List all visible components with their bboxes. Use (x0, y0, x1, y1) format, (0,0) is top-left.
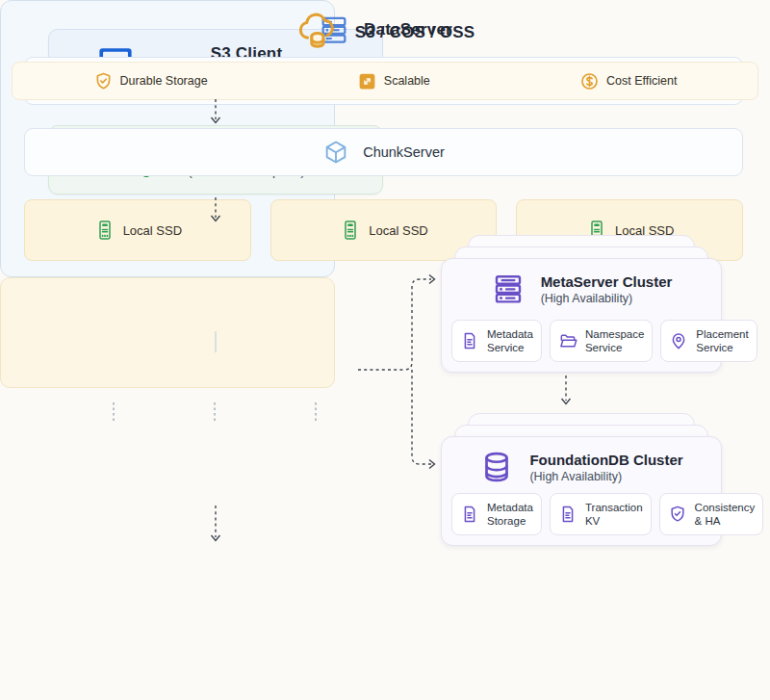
dollar-circle-icon (579, 71, 600, 91)
service-label: Namespace Service (585, 327, 644, 355)
metaserver-subtitle: (High Availability) (541, 292, 673, 305)
service-placement: Placement Service (660, 320, 757, 362)
service-label: Consistency & HA (695, 501, 756, 529)
service-transaction-kv: Transaction KV (550, 493, 652, 535)
architecture-diagram: S3 Client (Doris / TiDB / ClickHouse etc… (0, 0, 770, 700)
feature-durable-storage: Durable Storage (93, 71, 208, 91)
document-icon (460, 331, 479, 350)
chunkserver-label: ChunkServer (363, 144, 445, 160)
feature-label: Durable Storage (120, 74, 208, 88)
cloud-database-icon (295, 12, 338, 54)
cloud-storage-header: S3 / COS / OSS (0, 10, 770, 56)
metaserver-cluster-box: MetaServer Cluster (High Availability) M… (441, 258, 722, 373)
foundationdb-title: FoundationDB Cluster (529, 452, 682, 468)
foundationdb-subtitle: (High Availability) (529, 470, 682, 483)
service-label: Placement Service (696, 327, 748, 355)
feature-scalable: Scalable (357, 71, 430, 91)
metaserver-title: MetaServer Cluster (541, 273, 673, 290)
local-ssd-label: Local SSD (369, 223, 427, 238)
ssd-icon (93, 219, 116, 242)
cloud-storage-box: S3 / COS / OSS Durable Storage (0, 277, 335, 388)
service-metadata-storage: Metadata Storage (451, 493, 542, 535)
feature-label: Cost Efficient (606, 74, 677, 88)
foundationdb-header: FoundationDB Cluster (High Availability) (442, 450, 721, 484)
metaserver-header: MetaServer Cluster (High Availability) (442, 272, 721, 306)
feature-cost-efficient: Cost Efficient (579, 71, 677, 91)
location-pin-icon (669, 331, 688, 350)
service-label: Metadata Service (487, 327, 533, 355)
metaserver-services: Metadata Service Namespace Service Place… (451, 320, 711, 362)
document-icon (460, 505, 479, 524)
service-metadata: Metadata Service (451, 320, 542, 362)
folder-icon (558, 331, 578, 350)
ssd-icon (339, 219, 362, 242)
service-namespace: Namespace Service (550, 320, 653, 362)
shield-check-icon (93, 71, 114, 91)
service-label: Transaction KV (585, 501, 643, 529)
shield-check-icon (668, 505, 687, 524)
service-consistency-ha: Consistency & HA (659, 493, 764, 535)
foundationdb-services: Metadata Storage Transaction KV Consiste… (451, 493, 711, 535)
foundationdb-cluster-box: FoundationDB Cluster (High Availability)… (441, 436, 722, 546)
local-ssd-box: Local SSD (24, 199, 251, 261)
features-panel: Durable Storage Scalable C (12, 62, 758, 100)
document-icon (558, 505, 578, 524)
cloud-storage-title: S3 / COS / OSS (355, 23, 475, 42)
service-label: Metadata Storage (487, 501, 533, 529)
server-rack-icon (491, 272, 526, 306)
cube-icon (322, 139, 349, 166)
local-ssd-label: Local SSD (123, 223, 182, 238)
scale-arrows-icon (357, 71, 377, 91)
chunkserver-box: ChunkServer (24, 128, 743, 176)
database-icon (479, 450, 514, 484)
feature-label: Scalable (384, 74, 430, 88)
